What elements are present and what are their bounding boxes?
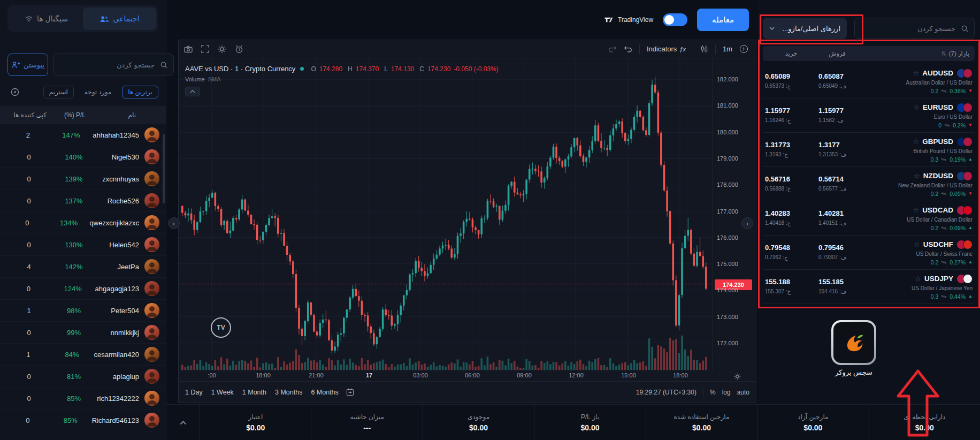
alert-clock-button[interactable] <box>235 45 243 54</box>
sell-price[interactable]: 1.15977 <box>818 107 863 115</box>
trade-button[interactable]: معامله <box>697 9 749 31</box>
add-compare-button[interactable] <box>739 44 748 54</box>
trader-row[interactable]: 085%Richard546123 <box>0 409 166 431</box>
percent-scale-button[interactable]: % <box>710 389 716 396</box>
symbol-row[interactable]: 1.15977خ: 1.162461.15977ف: 1.1582☆EURUSD… <box>763 98 975 133</box>
price-axis-label: 175.000 <box>717 261 738 267</box>
sell-price[interactable]: 155.185 <box>818 278 863 286</box>
trader-search-input[interactable] <box>59 60 156 70</box>
trader-row[interactable]: 184%cesarmilan420 <box>0 344 166 366</box>
trader-row[interactable]: 081%aplaglup <box>0 366 166 388</box>
screenshot-button[interactable] <box>184 45 193 53</box>
favorite-star-icon[interactable]: ☆ <box>913 69 920 77</box>
buy-price[interactable]: 1.40283 <box>765 209 810 217</box>
scrollbar[interactable] <box>163 134 165 203</box>
time-axis[interactable]: :0018:0021:001703:0006:0009:0012:0015:00… <box>179 370 713 381</box>
buy-price[interactable]: 1.31773 <box>765 141 810 149</box>
favorite-star-icon[interactable]: ☆ <box>913 206 920 214</box>
favorite-star-icon[interactable]: ☆ <box>913 103 920 111</box>
price-axis-label: 172.000 <box>717 340 738 346</box>
symbol-row[interactable]: 0.56716خ: 0.568880.56714ف: 0.56577☆NZDUS… <box>763 167 975 201</box>
symbol-group-dropdown[interactable]: ارزهای اصلی/ماژو... <box>763 18 847 39</box>
trader-row[interactable]: 2147%ahhahah12345 <box>0 124 166 146</box>
date-range-button[interactable]: 1 Month <box>242 389 266 396</box>
filter-top[interactable]: برترین ها <box>122 86 158 98</box>
sell-price[interactable]: 0.65087 <box>818 72 863 80</box>
expand-account-bar-button[interactable] <box>166 405 200 440</box>
sell-price[interactable]: 0.79546 <box>818 244 863 252</box>
chart-symbol-title[interactable]: AAVE vs USD · 1 · Crypto Currency <box>185 65 295 73</box>
triangle-up-icon: ▲ <box>968 294 973 299</box>
date-range-button[interactable]: 1 Week <box>211 389 234 396</box>
symbol-prices: 0.56716خ: 0.568880.56714ف: 0.56577 <box>765 175 867 193</box>
buy-price[interactable]: 155.188 <box>765 278 810 286</box>
filter-stream[interactable]: استریم <box>43 86 74 98</box>
trader-row[interactable]: 0140%Nigel530 <box>0 146 166 168</box>
legend-collapse-button[interactable] <box>185 87 200 96</box>
redo-button[interactable] <box>608 45 617 52</box>
date-range-button[interactable]: 3 Months <box>275 389 302 396</box>
sell-price[interactable]: 1.3177 <box>818 141 863 149</box>
favorite-star-icon[interactable]: ☆ <box>913 138 920 146</box>
header-market[interactable]: بازار (7) <box>941 50 969 57</box>
timeframe-button[interactable]: 1m <box>723 45 732 53</box>
trader-row[interactable]: 0124%ahgagagja123 <box>0 278 166 300</box>
tradingview-watermark[interactable]: TV <box>211 317 231 338</box>
buy-price[interactable]: 0.56716 <box>765 175 810 183</box>
indicators-button[interactable]: Indicators ƒx <box>647 45 686 53</box>
symbol-row[interactable]: 155.188خ: 155.307155.185ف: 154.416☆USDJP… <box>763 270 975 304</box>
go-to-date-button[interactable] <box>346 388 354 396</box>
indicators-label: Indicators <box>647 45 677 53</box>
sell-price[interactable]: 0.56714 <box>818 175 863 183</box>
collapse-right-panel-button[interactable]: › <box>741 217 753 229</box>
filter-watched[interactable]: مورد توجه <box>79 86 117 98</box>
explore-button[interactable] <box>7 85 22 100</box>
undo-button[interactable] <box>624 45 632 52</box>
symbol-row[interactable]: 0.79548خ: 0.79620.79546ف: 0.79307☆USDCHF… <box>763 236 975 270</box>
theme-toggle[interactable] <box>663 13 687 26</box>
fullscreen-button[interactable] <box>201 45 209 53</box>
symbol-search-input[interactable] <box>860 24 956 33</box>
trader-row[interactable]: 0139%zxcnnhuyas <box>0 168 166 190</box>
buy-price[interactable]: 0.65089 <box>765 72 810 80</box>
trader-row[interactable]: 0137%Roche526 <box>0 190 166 212</box>
collapse-left-panel-button[interactable]: ‹ <box>168 217 180 229</box>
trader-row[interactable]: 4142%JeetPa <box>0 256 166 278</box>
date-range-button[interactable]: 1 Day <box>185 389 203 396</box>
buy-price[interactable]: 1.15977 <box>765 107 810 115</box>
spread-value: 0.3 <box>931 156 939 163</box>
chart-settings-button[interactable] <box>218 45 226 54</box>
clock-text[interactable]: 19:29:27 (UTC+3:30) <box>636 389 696 396</box>
favorite-star-icon[interactable]: ☆ <box>914 172 920 180</box>
sell-price[interactable]: 1.40281 <box>818 209 863 217</box>
buy-price[interactable]: 0.79548 <box>765 244 810 252</box>
trader-name: JeetPa <box>118 263 139 271</box>
symbol-prices: 1.40283خ: 1.404181.40281ف: 1.40151 <box>765 209 867 227</box>
divider <box>639 44 640 54</box>
symbol-row[interactable]: 0.65089خ: 0.653730.65087ف: 0.65049☆AUDUS… <box>763 64 975 98</box>
trader-row[interactable]: 0134%qwezxcnjiklazxc <box>0 212 166 234</box>
log-scale-button[interactable]: log <box>722 389 731 396</box>
favorite-star-icon[interactable]: ☆ <box>914 240 920 248</box>
auto-scale-button[interactable]: auto <box>737 389 749 396</box>
trader-name: nnmlkkjkj <box>111 329 139 337</box>
trader-pl-percent: 130% <box>51 241 96 249</box>
tab-social[interactable]: اجتماعی <box>83 7 156 30</box>
date-range-button[interactable]: 6 Months <box>311 389 338 396</box>
trader-row[interactable]: 099%nnmlkkjkj <box>0 322 166 344</box>
trader-row[interactable]: 0130%Helen542 <box>0 234 166 256</box>
time-axis-label: 15:00 <box>621 372 636 378</box>
join-button[interactable]: پیوستن <box>7 54 48 76</box>
change-value: -0.050 (-0.03%) <box>454 65 498 73</box>
chart-plot[interactable] <box>179 58 713 370</box>
tradingview-logo[interactable]: TradingView <box>603 14 653 25</box>
tab-signals[interactable]: سیگنال ها <box>10 7 83 30</box>
price-axis[interactable]: 174.230 182.000181.000180.000179.000178.… <box>713 58 756 370</box>
symbol-row[interactable]: 1.40283خ: 1.404181.40281ف: 1.40151☆USDCA… <box>763 201 975 236</box>
favorite-star-icon[interactable]: ☆ <box>915 275 921 283</box>
axis-settings-button[interactable] <box>734 373 741 380</box>
symbol-row[interactable]: 1.31773خ: 1.31931.3177ف: 1.31353☆GBPUSDB… <box>763 133 975 167</box>
trader-row[interactable]: 198%Peter504 <box>0 300 166 322</box>
trader-row[interactable]: 085%rich12342222 <box>0 388 166 409</box>
chart-type-button[interactable] <box>700 45 708 53</box>
